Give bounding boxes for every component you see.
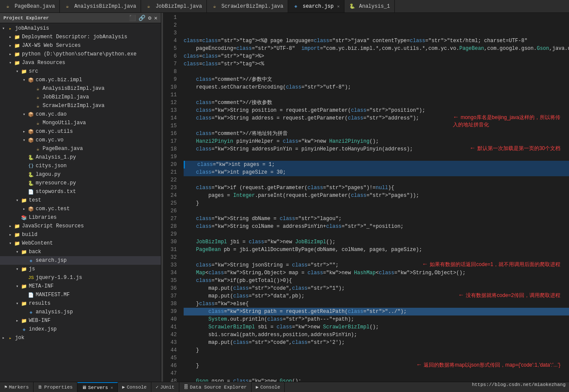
folder-icon: 📁 bbox=[21, 300, 28, 307]
code-scroll[interactable]: 1234567891011121314151617181920212223242… bbox=[163, 13, 569, 382]
tree-item-results[interactable]: ▾📁results bbox=[0, 299, 161, 308]
tree-label: lagou.py bbox=[36, 172, 61, 178]
tree-item-lagoupy[interactable]: 🐍lagou.py bbox=[0, 170, 161, 179]
bottom-tab-junit[interactable]: ✓ JUnit bbox=[151, 382, 179, 392]
tree-label: WEB-INF bbox=[29, 318, 50, 324]
tab-jobbizimpl[interactable]: ☕ JobBizImpl.java bbox=[141, 0, 207, 12]
line-number-48: 48 bbox=[163, 377, 177, 382]
tree-item-citysjson[interactable]: {}citys.json bbox=[0, 162, 161, 170]
tree-item-searchjsp[interactable]: ◈search.jsp bbox=[0, 256, 161, 265]
tree-label: JobBizImpl.java bbox=[43, 94, 89, 100]
tree-label: com.yc.test bbox=[36, 206, 70, 212]
bottom-tab-markers[interactable]: ⚑ Markers bbox=[0, 382, 34, 392]
collapse-icon[interactable]: ⬛ bbox=[129, 15, 136, 21]
tree-item-scrawlerbizimpljava[interactable]: ☕ScrawlerBizImpl.java bbox=[0, 101, 161, 110]
tab-analysisbizimpl[interactable]: ☕ AnalysisBizImpl.java bbox=[60, 0, 141, 12]
tree-arrow: ▸ bbox=[0, 335, 7, 340]
tree-item-src[interactable]: ▾📁src bbox=[0, 67, 161, 76]
tab-close-search[interactable]: ✕ bbox=[337, 4, 340, 9]
code-line-8 bbox=[184, 91, 569, 99]
tree-item-metainf[interactable]: ▾📁META-INF bbox=[0, 282, 161, 291]
js-icon: JS bbox=[28, 274, 34, 281]
tree-item-jobbizimpljava[interactable]: ☕JobBizImpl.java bbox=[0, 93, 161, 101]
tree-item-comycdao[interactable]: ▾📦com.yc.dao bbox=[0, 110, 161, 119]
code-line-18: class="kw">int pageSize = 30; bbox=[184, 168, 569, 176]
tree-item-comycbizimpl[interactable]: ▾📦com.yc.biz.impl bbox=[0, 76, 161, 84]
line-number-21: 21 bbox=[163, 168, 177, 176]
bottom-tab-servers[interactable]: 🖥 Servers ✕ bbox=[77, 382, 118, 392]
tree-item-mongoutiljava[interactable]: ☕MongoUtil.java bbox=[0, 119, 161, 127]
py-icon: 🐍 bbox=[28, 171, 34, 178]
tree-label: ScrawlerBizImpl.java bbox=[43, 103, 105, 109]
tab-searchjsp[interactable]: ◈ search.jsp ✕ bbox=[288, 0, 344, 12]
sidebar-header-icons: ⬛ 🔗 ⚙ ✕ bbox=[129, 15, 157, 21]
tree-item-jobanalysis[interactable]: ▾▸jobAnalysis bbox=[0, 24, 161, 33]
tab-scrawlerbizimpl[interactable]: ☕ ScrawlerBizImpl.java bbox=[207, 0, 288, 12]
tree-item-manifestmf[interactable]: 📄MANIFEST.MF bbox=[0, 291, 161, 299]
tree-item-myresourcepy[interactable]: 🐍myresource.py bbox=[0, 179, 161, 187]
tree-item-javaresources[interactable]: ▾📁Java Resources bbox=[0, 58, 161, 67]
gear-icon[interactable]: ⚙ bbox=[148, 15, 151, 21]
tree-item-analysisbizimpljava[interactable]: ☕AnalysisBizImpl.java bbox=[0, 84, 161, 93]
code-line-24: class="kw">String dbName = class="str">"… bbox=[184, 215, 569, 223]
tab-pagebean[interactable]: ☕ PageBean.java bbox=[0, 0, 60, 12]
tree-item-build[interactable]: ▸📁build bbox=[0, 230, 161, 239]
close-sidebar-icon[interactable]: ✕ bbox=[154, 15, 157, 21]
bottom-tab-properties[interactable]: 🗎 Properties bbox=[34, 382, 77, 392]
code-line-21: pages = Integer.parseInt(request.getPara… bbox=[184, 192, 569, 199]
tree-label: MANIFEST.MF bbox=[36, 292, 70, 298]
tree-item-comyctest[interactable]: ▸📦com.yc.test bbox=[0, 205, 161, 213]
tree-item-indexjsp[interactable]: ◈index.jsp bbox=[0, 325, 161, 334]
code-line-37: System.out.println(class="str">"path---"… bbox=[184, 315, 569, 323]
package-icon: 📦 bbox=[28, 111, 34, 118]
tree-item-webcontent[interactable]: ▾📁WebContent bbox=[0, 239, 161, 248]
package-icon: 📦 bbox=[28, 137, 34, 144]
line-number-12: 12 bbox=[163, 99, 177, 107]
java-icon: ☕ bbox=[145, 3, 152, 10]
tree-item-webinf[interactable]: ▸📁WEB-INF bbox=[0, 316, 161, 325]
tree-item-pythondpythonsoftwarepythonexe[interactable]: ▸📁python (D:\python\software\python.exe bbox=[0, 50, 161, 58]
tree-item-analysisjsp[interactable]: ◈analysis.jsp bbox=[0, 308, 161, 316]
tree-item-analysis1py[interactable]: 🐍Analysis_1.py bbox=[0, 153, 161, 162]
servers-tab-close[interactable]: ✕ bbox=[111, 385, 113, 390]
tree-item-javascriptresources[interactable]: ▸📁JavaScript Resources bbox=[0, 222, 161, 230]
tree-item-test[interactable]: ▾📁test bbox=[0, 196, 161, 205]
code-content[interactable]: class=class="str">"tag"><%@ page languag… bbox=[180, 13, 569, 382]
package-icon: 📦 bbox=[28, 77, 34, 83]
bottom-tab-console2[interactable]: ▶ Console bbox=[252, 382, 285, 392]
tree-arrow: ▾ bbox=[14, 198, 21, 203]
line-number-32: 32 bbox=[163, 254, 177, 261]
java-icon: ☕ bbox=[34, 119, 41, 126]
line-number-8: 8 bbox=[163, 68, 177, 76]
line-number-18: 18 bbox=[163, 145, 177, 153]
tree-item-pagebeanjava[interactable]: ☕PageBean.java bbox=[0, 144, 161, 153]
tree-item-comycvo[interactable]: ▾📦com.yc.vo bbox=[0, 136, 161, 144]
folder-icon: 📁 bbox=[21, 197, 28, 204]
tree-label: citys.json bbox=[36, 163, 67, 169]
tree-item-jaxwswebservices[interactable]: ▸📁JAX-WS Web Services bbox=[0, 41, 161, 50]
tree-item-js[interactable]: ▾📁js bbox=[0, 265, 161, 273]
line-number-33: 33 bbox=[163, 261, 177, 269]
line-number-46: 46 bbox=[163, 362, 177, 370]
tree-item-libraries[interactable]: 📚Libraries bbox=[0, 213, 161, 222]
tree-label: Libraries bbox=[29, 214, 57, 220]
tree-item-back[interactable]: ▾📁back bbox=[0, 248, 161, 256]
tree-item-comycutils[interactable]: ▸📦com.yc.utils bbox=[0, 127, 161, 136]
line-number-37: 37 bbox=[163, 292, 177, 300]
tab-bar: ☕ PageBean.java ☕ AnalysisBizImpl.java ☕… bbox=[0, 0, 569, 13]
tab-analysis1[interactable]: 🐍 Analysis_1 bbox=[344, 0, 395, 12]
code-line-7: request.setCharacterEncoding(class="str"… bbox=[184, 83, 569, 91]
line-number-44: 44 bbox=[163, 346, 177, 354]
tree-item-jok[interactable]: ▸▸jok bbox=[0, 334, 161, 342]
tree-label: search.jsp bbox=[36, 257, 67, 263]
link-icon[interactable]: 🔗 bbox=[138, 15, 145, 21]
folder-icon: 📁 bbox=[14, 34, 21, 40]
tree-item-deploymentdescriptorjobanalysis[interactable]: ▸📁Deployment Descriptor: jobAnalysis bbox=[0, 33, 161, 41]
jsp-icon: ◈ bbox=[28, 309, 34, 315]
tree-item-jquery191js[interactable]: JSjquery-1.9.1.js bbox=[0, 273, 161, 282]
sidebar-header: Project Explorer ⬛ 🔗 ⚙ ✕ bbox=[0, 13, 161, 23]
bottom-tab-console[interactable]: ▶ Console bbox=[118, 382, 151, 392]
tree-item-stopwordstxt[interactable]: 📄stopwords.txt bbox=[0, 187, 161, 196]
bottom-tab-datasource[interactable]: 🗄 Data Source Explorer bbox=[179, 382, 252, 392]
line-number-35: 35 bbox=[163, 277, 177, 285]
